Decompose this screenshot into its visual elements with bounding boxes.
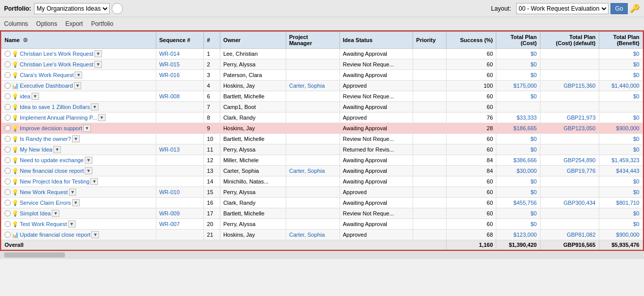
row-dropdown[interactable]: ▼ — [90, 178, 98, 185]
menu-export[interactable]: Export — [65, 20, 83, 27]
row-benefit: $900,000 — [599, 230, 643, 240]
row-success: 60 — [446, 176, 496, 187]
table-header-row: Name ⚙ Sequence # # Owner ProjectManager… — [2, 32, 643, 49]
row-cost-default: GBP19,776 — [540, 166, 599, 176]
layout-select[interactable]: 00 - Work Request Evaluation — [516, 3, 608, 14]
row-pm — [286, 91, 340, 102]
row-dropdown[interactable]: ▼ — [53, 146, 61, 153]
row-cost: $175,000 — [496, 81, 540, 91]
row-name-link[interactable]: Need to update exchange — [20, 157, 84, 163]
table-row: 💡 Christian Lee's Work Request ▼ WR-0152… — [2, 59, 643, 70]
row-dropdown[interactable]: ▼ — [31, 93, 39, 100]
row-name-link[interactable]: Service Claim Errors — [20, 200, 71, 206]
row-pm — [286, 219, 340, 230]
row-owner: Paterson, Clara — [220, 70, 286, 81]
row-name-link[interactable]: Test Work Request — [20, 221, 67, 227]
row-dropdown[interactable]: ▼ — [83, 125, 91, 132]
go-button[interactable]: Go — [611, 3, 628, 14]
row-pm — [286, 123, 340, 134]
row-cost: $386,666 — [496, 155, 540, 166]
row-num: 13 — [204, 166, 220, 176]
row-dropdown[interactable]: ▼ — [91, 103, 98, 110]
row-benefit: $0 — [599, 176, 643, 187]
circle-icon — [5, 210, 11, 216]
menu-columns[interactable]: Columns — [4, 20, 28, 27]
row-status: Awaiting Approval — [340, 102, 413, 113]
bulb-icon: 💡 — [12, 221, 19, 228]
horizontal-scrollbar[interactable] — [0, 251, 644, 259]
col-benefit[interactable]: Total Plan(Benefit) — [599, 32, 643, 49]
row-dropdown[interactable]: ▼ — [85, 167, 92, 174]
row-success: 60 — [446, 59, 496, 70]
col-name[interactable]: Name ⚙ — [2, 32, 156, 49]
row-dropdown[interactable]: ▼ — [98, 114, 106, 121]
row-cost-default — [540, 144, 599, 155]
row-sequence — [156, 198, 204, 208]
name-settings-icon[interactable]: ⚙ — [23, 37, 28, 43]
row-num: 10 — [204, 134, 220, 144]
row-name-link[interactable]: New financial close report — [20, 168, 84, 174]
circle-icon — [5, 157, 11, 163]
row-name-link[interactable]: Implement Annual Planning P... — [20, 115, 97, 121]
row-sequence: WR-007 — [156, 219, 204, 230]
row-dropdown[interactable]: ▼ — [68, 220, 76, 228]
row-dropdown[interactable]: ▼ — [91, 231, 99, 238]
row-name-link[interactable]: Clara's Work Request — [20, 72, 74, 78]
row-pm — [286, 49, 340, 59]
row-name-link[interactable]: Idea to save 1 Zillion Dollars — [20, 104, 90, 110]
row-benefit: $0 — [599, 59, 643, 70]
menu-portfolio[interactable]: Portfolio — [91, 20, 113, 27]
row-name-link[interactable]: Update financial close report — [20, 232, 90, 238]
col-success[interactable]: Success (%) — [446, 32, 496, 49]
row-name-link[interactable]: Is Randy the owner? — [20, 136, 71, 142]
row-dropdown[interactable]: ▼ — [85, 157, 92, 164]
col-status[interactable]: Idea Status — [340, 32, 413, 49]
col-cost-default[interactable]: Total Plan(Cost) (default) — [540, 32, 599, 49]
row-owner: Carter, Sophia — [220, 166, 286, 176]
row-dropdown[interactable]: ▼ — [52, 210, 59, 217]
row-name-link[interactable]: Christian Lee's Work Request — [20, 61, 93, 67]
row-dropdown[interactable]: ▼ — [69, 189, 77, 196]
row-cost: $30,000 — [496, 166, 540, 176]
row-priority — [413, 123, 446, 134]
bulb-icon: 💡 — [12, 104, 19, 110]
menu-options[interactable]: Options — [36, 20, 57, 27]
row-cost: $0 — [496, 208, 540, 219]
col-sequence[interactable]: Sequence # — [156, 32, 204, 49]
row-name-link[interactable]: idea — [20, 93, 30, 99]
portfolio-select[interactable]: My Organizations Ideas — [34, 3, 110, 14]
row-cost: $0 — [496, 187, 540, 198]
row-name-link[interactable]: New Project Idea for Testing — [20, 178, 89, 184]
row-dropdown[interactable]: ▼ — [94, 50, 102, 57]
bulb-icon: 💡 — [12, 168, 19, 174]
scrollbar-thumb[interactable] — [4, 252, 65, 257]
col-pm[interactable]: ProjectManager — [286, 32, 340, 49]
col-owner[interactable]: Owner — [220, 32, 286, 49]
table-row: 💡 New Project Idea for Testing ▼ 14Minic… — [2, 176, 643, 187]
table-row: 💡 My New Idea ▼ WR-01311Perry, AlyssaRet… — [2, 144, 643, 155]
col-priority[interactable]: Priority — [413, 32, 446, 49]
row-dropdown[interactable]: ▼ — [74, 82, 82, 89]
row-name-link[interactable]: Simplot Idea — [20, 210, 51, 216]
row-cost: $0 — [496, 219, 540, 230]
row-dropdown[interactable]: ▼ — [75, 71, 82, 79]
row-sequence — [156, 123, 204, 134]
row-name-link[interactable]: Improve decision support — [20, 125, 82, 131]
top-toolbar: Portfolio: My Organizations Ideas Layout… — [0, 0, 644, 17]
row-name-link[interactable]: New Work Request — [20, 189, 68, 195]
row-name-link[interactable]: Executive Dashboard — [20, 83, 73, 89]
row-cost: $455,756 — [496, 198, 540, 208]
row-status: Approved — [340, 187, 413, 198]
row-num: 6 — [204, 91, 220, 102]
add-button[interactable] — [112, 3, 123, 14]
col-num[interactable]: # — [204, 32, 220, 49]
col-cost[interactable]: Total Plan(Cost) — [496, 32, 540, 49]
row-dropdown[interactable]: ▼ — [72, 199, 80, 206]
row-benefit: $0 — [599, 91, 643, 102]
row-name-link[interactable]: Christian Lee's Work Request — [20, 51, 93, 57]
row-name-link[interactable]: My New Idea — [20, 146, 52, 153]
row-dropdown[interactable]: ▼ — [94, 61, 102, 68]
row-dropdown[interactable]: ▼ — [72, 135, 80, 142]
key-icon[interactable]: 🔑 — [630, 4, 640, 13]
circle-icon — [5, 221, 11, 227]
